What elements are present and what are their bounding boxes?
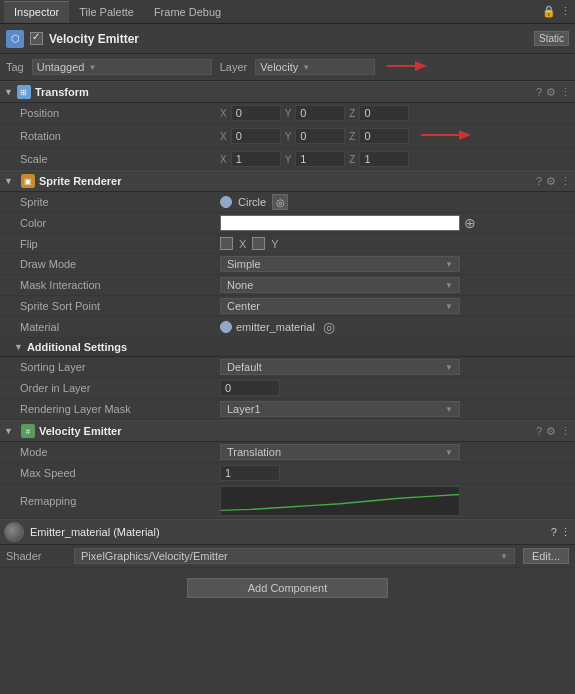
transform-settings-icon[interactable]: ⚙: [546, 86, 556, 99]
flip-value: X Y: [220, 237, 569, 250]
mode-dropdown[interactable]: Translation ▼: [220, 444, 460, 460]
static-button[interactable]: Static: [534, 31, 569, 46]
transform-more-icon[interactable]: ⋮: [560, 86, 571, 99]
add-component-button[interactable]: Add Component: [187, 578, 389, 598]
mask-interaction-label: Mask Interaction: [20, 279, 220, 291]
color-picker[interactable]: [220, 215, 460, 231]
rendering-layer-row: Rendering Layer Mask Layer1 ▼: [0, 399, 575, 420]
tag-label: Tag: [6, 61, 24, 73]
mode-row: Mode Translation ▼: [0, 442, 575, 463]
draw-mode-dropdown[interactable]: Simple ▼: [220, 256, 460, 272]
material-pick-icon[interactable]: ◎: [323, 319, 335, 335]
flip-label: Flip: [20, 238, 220, 250]
shader-value: PixelGraphics/Velocity/Emitter: [81, 550, 228, 562]
draw-mode-row: Draw Mode Simple ▼: [0, 254, 575, 275]
sprite-renderer-toggle-icon[interactable]: ▼: [4, 176, 13, 186]
rendering-layer-label: Rendering Layer Mask: [20, 403, 220, 415]
tab-inspector[interactable]: Inspector: [4, 1, 69, 23]
remapping-label: Remapping: [20, 495, 220, 507]
shader-row: Shader PixelGraphics/Velocity/Emitter ▼ …: [0, 545, 575, 568]
lock-icon[interactable]: 🔒: [542, 5, 556, 18]
material-dot-icon: [220, 321, 232, 333]
rotation-z-input[interactable]: [359, 128, 409, 144]
inspector-scroll[interactable]: ▼ ⊞ Transform ? ⚙ ⋮ Position X Y Z Rotat…: [0, 81, 575, 694]
rotation-y-input[interactable]: [295, 128, 345, 144]
svg-marker-3: [459, 130, 471, 140]
sorting-layer-row: Sorting Layer Default ▼: [0, 357, 575, 378]
sprite-value: Circle ◎: [220, 194, 569, 210]
mode-value: Translation ▼: [220, 444, 569, 460]
shader-edit-button[interactable]: Edit...: [523, 548, 569, 564]
material-help-icon[interactable]: ?: [551, 526, 557, 538]
material-section-header: Emitter_material (Material) ? ⋮: [0, 519, 575, 545]
rotation-value: X Y Z: [220, 126, 569, 146]
transform-help-icon[interactable]: ?: [536, 86, 542, 99]
mask-interaction-chevron-icon: ▼: [445, 281, 453, 290]
scale-label: Scale: [20, 153, 220, 165]
gameobject-name: Velocity Emitter: [49, 32, 528, 46]
sprite-sort-point-dropdown[interactable]: Center ▼: [220, 298, 460, 314]
sprite-pick-icon[interactable]: ◎: [272, 194, 288, 210]
tab-tile-palette[interactable]: Tile Palette: [69, 1, 144, 23]
sprite-renderer-settings-icon[interactable]: ⚙: [546, 175, 556, 188]
velocity-emitter-more-icon[interactable]: ⋮: [560, 425, 571, 438]
sprite-sort-point-label: Sprite Sort Point: [20, 300, 220, 312]
rotation-x-input[interactable]: [231, 128, 281, 144]
flip-x-checkbox[interactable]: [220, 237, 233, 250]
transform-toggle-icon[interactable]: ▼: [4, 87, 13, 97]
tag-dropdown[interactable]: Untagged ▼: [32, 59, 212, 75]
position-y-input[interactable]: [295, 105, 345, 121]
max-speed-input[interactable]: [220, 465, 280, 481]
sprite-sort-point-row: Sprite Sort Point Center ▼: [0, 296, 575, 317]
rendering-layer-dropdown[interactable]: Layer1 ▼: [220, 401, 460, 417]
max-speed-value: [220, 465, 569, 481]
mask-interaction-value: None ▼: [220, 277, 569, 293]
scale-y-input[interactable]: [295, 151, 345, 167]
velocity-emitter-help-icon[interactable]: ?: [536, 425, 542, 438]
additional-settings-header: ▼ Additional Settings: [0, 338, 575, 357]
mask-interaction-dropdown[interactable]: None ▼: [220, 277, 460, 293]
order-in-layer-label: Order in Layer: [20, 382, 220, 394]
transform-icon: ⊞: [17, 85, 31, 99]
color-value: ⊕: [220, 215, 569, 231]
material-section-name: Emitter_material (Material): [30, 526, 545, 538]
shader-dropdown[interactable]: PixelGraphics/Velocity/Emitter ▼: [74, 548, 515, 564]
remapping-chart[interactable]: [220, 486, 460, 516]
order-in-layer-input[interactable]: [220, 380, 280, 396]
max-speed-row: Max Speed: [0, 463, 575, 484]
sprite-label: Sprite: [20, 196, 220, 208]
sprite-renderer-title: Sprite Renderer: [39, 175, 532, 187]
scale-x-input[interactable]: [231, 151, 281, 167]
velocity-emitter-icon: #: [21, 424, 35, 438]
layer-dropdown[interactable]: Velocity ▼: [255, 59, 375, 75]
tag-layer-row: Tag Untagged ▼ Layer Velocity ▼: [0, 54, 575, 81]
gameobject-active-checkbox[interactable]: [30, 32, 43, 45]
more-icon[interactable]: ⋮: [560, 5, 571, 18]
tab-frame-debug[interactable]: Frame Debug: [144, 1, 231, 23]
scale-z-input[interactable]: [359, 151, 409, 167]
additional-settings-toggle-icon[interactable]: ▼: [14, 342, 23, 352]
color-pick-icon[interactable]: ⊕: [464, 215, 476, 231]
draw-mode-chevron-icon: ▼: [445, 260, 453, 269]
flip-y-checkbox[interactable]: [252, 237, 265, 250]
position-value: X Y Z: [220, 105, 569, 121]
svg-marker-1: [415, 61, 427, 71]
tag-chevron-icon: ▼: [88, 63, 96, 72]
position-y-label: Y: [285, 108, 292, 119]
gameobject-header: ⬡ Velocity Emitter Static: [0, 24, 575, 54]
position-z-input[interactable]: [359, 105, 409, 121]
sprite-renderer-help-icon[interactable]: ?: [536, 175, 542, 188]
remapping-row: Remapping: [0, 484, 575, 519]
tab-bar: Inspector Tile Palette Frame Debug 🔒 ⋮: [0, 0, 575, 24]
velocity-emitter-toggle-icon[interactable]: ▼: [4, 426, 13, 436]
sprite-renderer-more-icon[interactable]: ⋮: [560, 175, 571, 188]
material-more-icon[interactable]: ⋮: [560, 526, 571, 538]
material-section-icon: [4, 522, 24, 542]
velocity-emitter-section-header: ▼ # Velocity Emitter ? ⚙ ⋮: [0, 420, 575, 442]
rotation-row: Rotation X Y Z: [0, 124, 575, 149]
position-x-input[interactable]: [231, 105, 281, 121]
layer-chevron-icon: ▼: [302, 63, 310, 72]
draw-mode-label: Draw Mode: [20, 258, 220, 270]
velocity-emitter-settings-icon[interactable]: ⚙: [546, 425, 556, 438]
sorting-layer-dropdown[interactable]: Default ▼: [220, 359, 460, 375]
